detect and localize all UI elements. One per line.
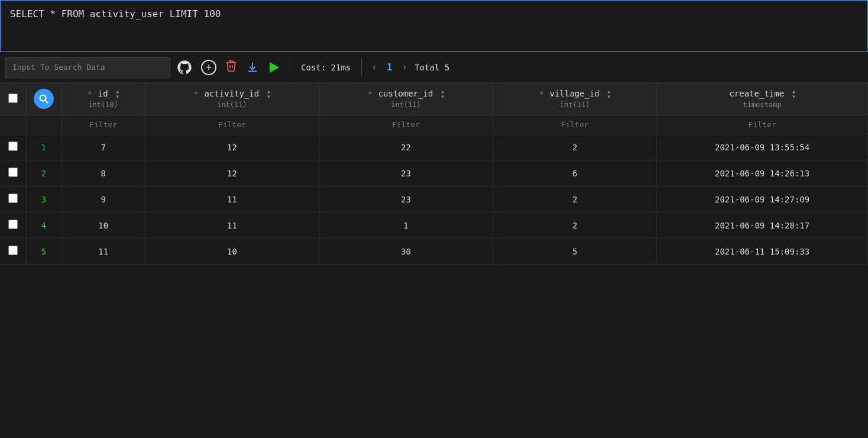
filter-row: Filter Filter Filter Filter Filter: [0, 115, 868, 134]
filter-customer-id-cell[interactable]: Filter: [319, 115, 493, 134]
row-village-id-4: 5: [493, 239, 657, 265]
col-name-create-time: create_time: [729, 89, 784, 98]
row-customer-id-4: 30: [319, 239, 493, 265]
row-num-2: 3: [26, 186, 61, 212]
row-customer-id-1: 23: [319, 160, 493, 186]
filter-create-time-cell[interactable]: Filter: [657, 115, 868, 134]
cost-label: Cost: 21ms: [301, 63, 351, 72]
sort-create-time[interactable]: ▲▼: [792, 89, 795, 100]
sort-activity-id[interactable]: ▲▼: [267, 89, 270, 100]
row-checkbox-cell-3: [0, 212, 26, 239]
row-customer-id-0: 22: [319, 134, 493, 160]
row-village-id-3: 2: [493, 212, 657, 239]
row-num-1: 2: [26, 160, 61, 186]
header-rownum-cell: [26, 83, 61, 115]
row-id-4: 11: [61, 239, 145, 265]
next-page-button[interactable]: ›: [399, 60, 412, 74]
header-create-time: create_time ▲▼ timestamp: [657, 83, 868, 115]
search-icon: [38, 94, 49, 104]
header-activity-id: * activity_id ▲▼ int(11): [145, 83, 319, 115]
row-customer-id-2: 23: [319, 186, 493, 212]
row-activity-id-0: 12: [145, 134, 319, 160]
row-activity-id-4: 10: [145, 239, 319, 265]
filter-village-id-cell[interactable]: Filter: [493, 115, 657, 134]
filter-checkbox-cell: [0, 115, 26, 134]
row-activity-id-2: 11: [145, 186, 319, 212]
row-checkbox-1[interactable]: [8, 168, 18, 177]
col-type-customer-id: int(11): [391, 101, 421, 109]
row-num-3: 4: [26, 212, 61, 239]
col-type-create-time: timestamp: [743, 101, 782, 109]
download-button[interactable]: [244, 59, 261, 76]
header-village-id: * village_id ▲▼ int(11): [493, 83, 657, 115]
table-row: 1 7 12 22 2 2021-06-09 13:55:54: [0, 134, 868, 160]
row-checkbox-4[interactable]: [8, 246, 18, 255]
prev-page-button[interactable]: ‹: [368, 60, 381, 74]
table-header-row: * id ▲▼ int(10) * activity_id ▲▼ int(11)…: [0, 83, 868, 115]
header-id: * id ▲▼ int(10): [61, 83, 145, 115]
col-type-id: int(10): [88, 101, 118, 109]
add-button[interactable]: +: [199, 57, 219, 78]
table-body: 1 7 12 22 2 2021-06-09 13:55:54 2 8 12 2…: [0, 134, 868, 265]
search-icon-circle[interactable]: [34, 89, 54, 109]
required-star-customer: *: [368, 89, 373, 98]
sort-id[interactable]: ▲▼: [116, 89, 119, 100]
header-checkbox-cell: [0, 83, 26, 115]
trash-icon: [225, 59, 238, 75]
filter-rownum-cell: [26, 115, 61, 134]
row-checkbox-2[interactable]: [8, 194, 18, 203]
row-customer-id-3: 1: [319, 212, 493, 239]
total-label: Total 5: [414, 63, 449, 72]
sql-editor[interactable]: SELECT * FROM activity_user LIMIT 100: [0, 0, 868, 52]
table-container: * id ▲▼ int(10) * activity_id ▲▼ int(11)…: [0, 83, 868, 438]
row-create-time-2: 2021-06-09 14:27:09: [657, 186, 868, 212]
row-village-id-0: 2: [493, 134, 657, 160]
download-icon: [246, 61, 259, 74]
row-checkbox-cell-2: [0, 186, 26, 212]
plus-icon: +: [201, 60, 216, 75]
row-checkbox-cell-1: [0, 160, 26, 186]
page-number: 1: [384, 62, 395, 73]
select-all-checkbox[interactable]: [8, 94, 18, 103]
row-village-id-1: 6: [493, 160, 657, 186]
row-create-time-1: 2021-06-09 14:26:13: [657, 160, 868, 186]
row-create-time-4: 2021-06-11 15:09:33: [657, 239, 868, 265]
table-row: 2 8 12 23 6 2021-06-09 14:26:13: [0, 160, 868, 186]
row-create-time-0: 2021-06-09 13:55:54: [657, 134, 868, 160]
col-name-village-id: village_id: [549, 89, 599, 98]
col-name-customer-id: customer_id: [378, 89, 433, 98]
row-activity-id-3: 11: [145, 212, 319, 239]
row-village-id-2: 2: [493, 186, 657, 212]
row-id-1: 8: [61, 160, 145, 186]
row-checkbox-3[interactable]: [8, 220, 18, 229]
sort-customer-id[interactable]: ▲▼: [441, 89, 444, 100]
row-id-2: 9: [61, 186, 145, 212]
data-table: * id ▲▼ int(10) * activity_id ▲▼ int(11)…: [0, 83, 868, 265]
divider: [290, 59, 290, 76]
run-button[interactable]: [265, 60, 284, 75]
row-checkbox-cell-4: [0, 239, 26, 265]
sql-input[interactable]: SELECT * FROM activity_user LIMIT 100: [10, 8, 858, 44]
filter-activity-id-cell[interactable]: Filter: [145, 115, 319, 134]
github-button[interactable]: [174, 57, 195, 78]
row-num-0: 1: [26, 134, 61, 160]
row-num-4: 5: [26, 239, 61, 265]
svg-line-1: [45, 101, 48, 104]
filter-id-cell[interactable]: Filter: [61, 115, 145, 134]
row-activity-id-1: 12: [145, 160, 319, 186]
row-checkbox-0[interactable]: [8, 141, 18, 151]
table-row: 5 11 10 30 5 2021-06-11 15:09:33: [0, 239, 868, 265]
row-id-0: 7: [61, 134, 145, 160]
row-checkbox-cell-0: [0, 134, 26, 160]
delete-button[interactable]: [222, 57, 240, 78]
table-row: 3 9 11 23 2 2021-06-09 14:27:09: [0, 186, 868, 212]
col-type-village-id: int(11): [560, 101, 590, 109]
col-name-activity-id: activity_id: [205, 89, 260, 98]
col-type-activity-id: int(11): [217, 101, 247, 109]
row-id-3: 10: [61, 212, 145, 239]
play-icon: [270, 62, 279, 73]
search-input[interactable]: [5, 57, 170, 78]
divider2: [361, 59, 362, 76]
sort-village-id[interactable]: ▲▼: [608, 89, 611, 100]
col-name-id: id: [98, 89, 108, 98]
